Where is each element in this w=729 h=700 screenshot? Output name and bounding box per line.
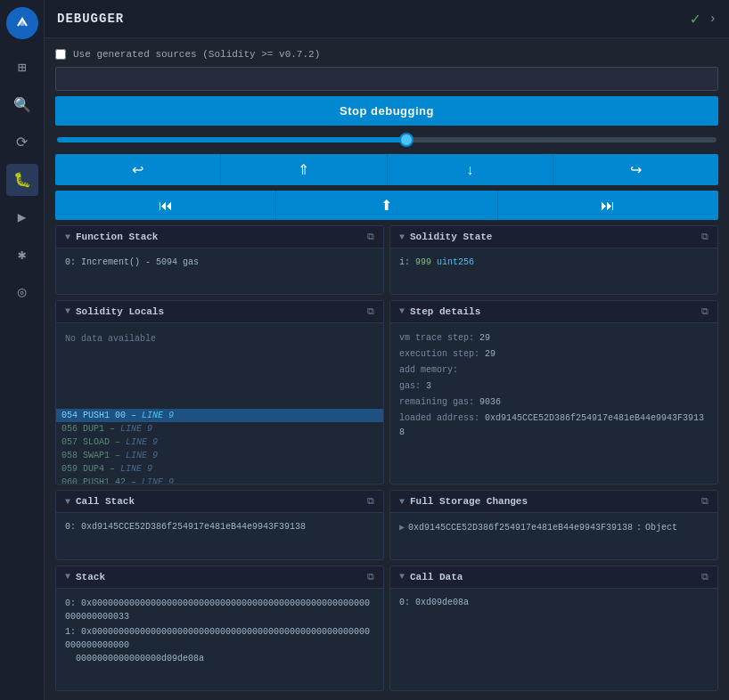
remaining-gas: remaining gas: 9036: [399, 395, 709, 411]
solidity-state-header[interactable]: ▼ Solidity State ⧉: [390, 226, 717, 248]
solidity-locals-chevron: ▼: [65, 306, 70, 316]
loaded-address: loaded address: 0xd9145CCE52D386f254917e…: [399, 411, 709, 441]
function-stack-chevron: ▼: [65, 232, 70, 242]
app-logo: [6, 7, 38, 39]
code-item-3[interactable]: 058 SWAP1 – LINE 9: [56, 449, 383, 462]
stack-header[interactable]: ▼ Stack ⧉: [56, 566, 383, 589]
full-storage-panel: ▼ Full Storage Changes ⧉ ▶ 0xd9145CCE52D…: [389, 490, 718, 560]
sidebar-settings-icon[interactable]: ◎: [6, 276, 38, 308]
debug-slider[interactable]: [57, 137, 717, 142]
full-storage-header[interactable]: ▼ Full Storage Changes ⧉: [390, 491, 717, 513]
generated-sources-label: Use generated sources (Solidity >= v0.7.…: [73, 49, 320, 60]
add-memory: add memory:: [399, 362, 709, 378]
sidebar-files-icon[interactable]: ⊞: [6, 52, 38, 84]
stack-panel: ▼ Stack ⧉ 0: 0x0000000000000000000000000…: [55, 566, 384, 692]
tx-hash-input[interactable]: 0xc2eea2c0dc1867a0e8acaa3b055f5566ec9bda…: [55, 67, 718, 91]
call-stack-panel: ▼ Call Stack ⧉ 0: 0xd9145CCE52D386f25491…: [55, 490, 384, 560]
stack-title: Stack: [76, 572, 362, 582]
sidebar-deploy-icon[interactable]: ▶: [6, 201, 38, 233]
header: DEBUGGER ✓ ›: [45, 0, 729, 38]
collapse-icon[interactable]: ›: [709, 12, 717, 26]
stack-item-1: 1: 0x00000000000000000000000000000000000…: [65, 624, 374, 666]
controls-row-2: ⏮ ⬆ ⏭: [55, 191, 718, 220]
step-over-back-button[interactable]: ⇑: [221, 154, 387, 185]
header-actions: ✓ ›: [691, 9, 717, 28]
jump-end-button[interactable]: ⏭: [498, 191, 718, 220]
solidity-locals-copy-icon[interactable]: ⧉: [367, 306, 374, 317]
no-data-label: No data available: [65, 330, 374, 347]
solidity-state-content: i: 999 uint256: [390, 248, 717, 294]
vm-trace-step: vm trace step: 29: [399, 330, 709, 346]
step-details-chevron: ▼: [399, 306, 405, 316]
step-details-header[interactable]: ▼ Step details ⧉: [390, 301, 717, 323]
content-area: Use generated sources (Solidity >= v0.7.…: [45, 38, 729, 700]
solidity-state-chevron: ▼: [399, 232, 405, 242]
sidebar-debug-icon[interactable]: 🐛: [6, 164, 38, 196]
sidebar-source-icon[interactable]: ⟳: [6, 126, 38, 159]
solidity-locals-title: Solidity Locals: [76, 306, 362, 317]
function-stack-content: 0: Increment() - 5094 gas: [56, 248, 383, 294]
storage-expand-icon[interactable]: ▶: [399, 522, 405, 533]
code-item-5[interactable]: 060 PUSH1 42 – LINE 9: [56, 476, 383, 484]
function-stack-header[interactable]: ▼ Function Stack ⧉: [56, 226, 383, 248]
stack-content: 0: 0x00000000000000000000000000000000000…: [56, 589, 383, 691]
call-stack-content: 0: 0xd9145CCE52D386f254917e481eB44e9943F…: [56, 513, 383, 559]
call-stack-header[interactable]: ▼ Call Stack ⧉: [56, 491, 383, 513]
stack-item-0: 0: 0x00000000000000000000000000000000000…: [65, 596, 374, 624]
jump-start-button[interactable]: ⏮: [55, 191, 276, 220]
step-details-title: Step details: [410, 306, 696, 317]
function-stack-title: Function Stack: [76, 232, 362, 242]
stop-debugging-button[interactable]: Stop debugging: [55, 96, 718, 126]
solidity-locals-header[interactable]: ▼ Solidity Locals ⧉: [56, 301, 383, 323]
full-storage-title: Full Storage Changes: [410, 496, 696, 507]
generated-sources-checkbox[interactable]: [55, 49, 66, 60]
call-data-header[interactable]: ▼ Call Data ⧉: [390, 566, 717, 589]
step-over-button[interactable]: ↪: [553, 154, 718, 185]
solidity-state-copy-icon[interactable]: ⧉: [701, 232, 709, 242]
step-details-copy-icon[interactable]: ⧉: [701, 306, 709, 317]
jump-in-button[interactable]: ⬆: [276, 191, 497, 220]
execution-step: execution step: 29: [399, 346, 709, 362]
code-item-2[interactable]: 057 SLOAD – LINE 9: [56, 435, 383, 449]
call-data-title: Call Data: [410, 572, 696, 582]
page-title: DEBUGGER: [57, 12, 124, 26]
step-details-content: vm trace step: 29 execution step: 29 add…: [390, 323, 717, 484]
sidebar-plugin-icon[interactable]: ✱: [6, 239, 38, 271]
call-data-item-0: 0: 0xd09de08a: [399, 596, 709, 609]
code-item-0[interactable]: 054 PUSH1 00 – LINE 9: [56, 409, 383, 422]
function-stack-item-0: 0: Increment() - 5094 gas: [65, 256, 374, 269]
function-stack-copy-icon[interactable]: ⧉: [367, 232, 374, 242]
solidity-state-item-0: i: 999 uint256: [399, 256, 709, 269]
storage-item-0: ▶ 0xd9145CCE52D386f254917e481eB44e9943F3…: [399, 520, 709, 534]
stack-chevron: ▼: [65, 572, 70, 582]
call-stack-chevron: ▼: [65, 497, 70, 507]
generated-sources-row: Use generated sources (Solidity >= v0.7.…: [55, 47, 718, 61]
step-back-button[interactable]: ↩: [55, 154, 221, 185]
stack-copy-icon[interactable]: ⧉: [367, 572, 374, 582]
sidebar: ⊞ 🔍 ⟳ 🐛 ▶ ✱ ◎: [0, 0, 45, 700]
call-data-copy-icon[interactable]: ⧉: [701, 572, 709, 582]
solidity-state-panel: ▼ Solidity State ⧉ i: 999 uint256: [389, 225, 718, 295]
gas: gas: 3: [399, 378, 709, 395]
panels-grid: ▼ Function Stack ⧉ 0: Increment() - 5094…: [55, 225, 718, 691]
full-storage-copy-icon[interactable]: ⧉: [701, 496, 709, 507]
call-stack-item-0: 0: 0xd9145CCE52D386f254917e481eB44e9943F…: [65, 520, 374, 533]
call-stack-title: Call Stack: [76, 496, 362, 507]
full-storage-content: ▶ 0xd9145CCE52D386f254917e481eB44e9943F3…: [390, 513, 717, 559]
call-stack-copy-icon[interactable]: ⧉: [367, 496, 374, 507]
function-stack-panel: ▼ Function Stack ⧉ 0: Increment() - 5094…: [55, 225, 384, 295]
call-data-content: 0: 0xd09de08a: [390, 589, 717, 691]
step-into-button[interactable]: ↓: [388, 154, 553, 185]
code-item-4[interactable]: 059 DUP4 – LINE 9: [56, 462, 383, 476]
sidebar-search-icon[interactable]: 🔍: [6, 89, 38, 121]
solidity-state-title: Solidity State: [410, 232, 696, 242]
code-item-1[interactable]: 056 DUP1 – LINE 9: [56, 422, 383, 435]
code-list[interactable]: 054 PUSH1 00 – LINE 9 056 DUP1 – LINE 9 …: [56, 409, 383, 484]
check-icon: ✓: [691, 9, 700, 28]
svg-point-1: [20, 20, 25, 26]
call-data-chevron: ▼: [399, 572, 405, 582]
debug-slider-container: [55, 131, 718, 149]
solidity-locals-content: No data available: [56, 323, 383, 409]
solidity-locals-panel: ▼ Solidity Locals ⧉ No data available 05…: [55, 300, 384, 485]
controls-row-1: ↩ ⇑ ↓ ↪: [55, 154, 718, 185]
